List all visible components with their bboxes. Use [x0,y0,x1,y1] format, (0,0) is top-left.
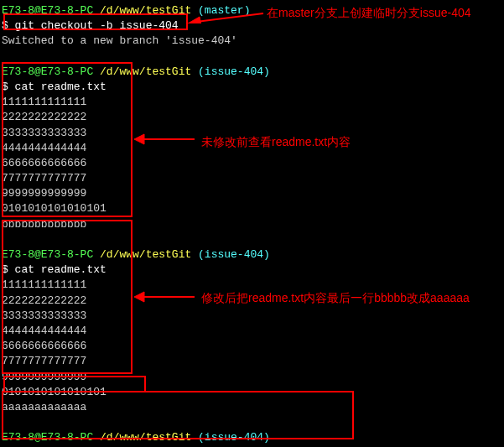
arrow-icon [188,3,268,23]
highlight-box-checkout [3,13,188,30]
svg-marker-3 [134,134,144,144]
svg-line-0 [196,13,263,22]
annotation-3: 修改后把readme.txt内容最后一行bbbbb改成aaaaaa [201,290,470,307]
svg-marker-1 [188,17,201,23]
highlight-box-add [3,376,146,392]
highlight-box-cat-after [2,220,132,374]
highlight-box-commit [2,391,354,439]
annotation-1: 在master分支上创建临时分支issue-404 [267,5,471,22]
output-switched: Switched to a new branch 'issue-404' [2,34,502,49]
annotation-2: 未修改前查看readme.txt内容 [201,134,351,151]
svg-marker-5 [134,292,144,302]
highlight-box-cat-before [2,62,132,217]
arrow-icon [134,131,200,148]
arrow-icon [134,288,200,305]
